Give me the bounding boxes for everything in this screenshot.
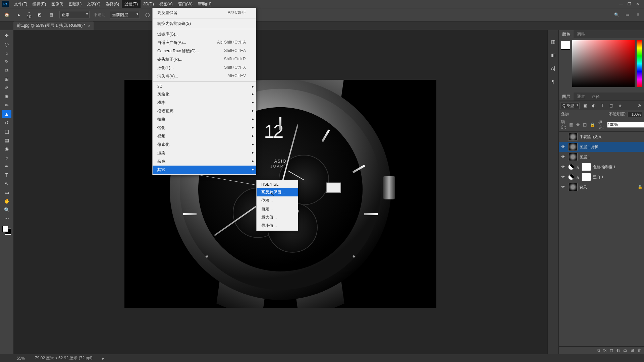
hand-tool[interactable]: ✋ [2, 197, 11, 205]
filter-pixel-icon[interactable]: ▣ [582, 102, 588, 109]
filter-item[interactable]: 3D [153, 83, 256, 90]
visibility-icon[interactable]: 👁 [560, 144, 566, 149]
menu-文件F[interactable]: 文件(F) [11, 0, 30, 8]
layer-name[interactable]: 手表黑白效果 [580, 134, 602, 139]
eraser-tool[interactable]: ◫ [2, 127, 11, 135]
minimize-icon[interactable]: — [619, 2, 623, 6]
quick-select-tool[interactable]: ✎ [2, 58, 11, 66]
blur-tool[interactable]: ◉ [2, 145, 11, 153]
lock-position-icon[interactable]: ✥ [576, 122, 580, 127]
layer-thumbnail[interactable] [582, 163, 591, 171]
layer-thumbnail[interactable] [568, 153, 578, 161]
layer-row[interactable]: 👁⛓色相/饱和度 1 [559, 162, 644, 172]
lock-pixels-icon[interactable]: ▦ [569, 122, 573, 127]
document-tab[interactable]: 前1.jpg @ 55% (图层 1 拷贝, RGB/8) * × [13, 21, 94, 30]
history-brush-tool[interactable]: ↺ [2, 119, 11, 127]
fill-input[interactable] [607, 122, 644, 128]
filter-smart-icon[interactable]: ◈ [616, 102, 623, 109]
menu-3DD[interactable]: 3D(D) [141, 1, 157, 7]
gradient-tool[interactable]: ▤ [2, 136, 11, 144]
properties-panel-icon[interactable]: ◧ [551, 52, 555, 58]
link-mask-icon[interactable]: ⛓ [576, 165, 580, 169]
edit-toolbar-icon[interactable]: ⋯ [2, 215, 11, 223]
restore-icon[interactable]: ❐ [628, 2, 631, 6]
opacity-input[interactable] [627, 112, 642, 117]
doc-info[interactable]: 79.02 厘米 x 52.92 厘米 (72 ppi) [35, 355, 92, 361]
filter-item[interactable]: 模糊 [153, 99, 256, 107]
frame-tool[interactable]: ⊞ [2, 75, 11, 83]
visibility-icon[interactable]: 👁 [560, 165, 566, 169]
lasso-tool[interactable]: ⌕ [2, 49, 11, 57]
filter-item[interactable]: 视频 [153, 132, 256, 140]
filter-other-item[interactable]: HSB/HSL [257, 181, 298, 188]
layer-name[interactable]: 色相/饱和度 1 [593, 165, 615, 170]
filter-item[interactable]: 滤镜库(G)... [153, 30, 256, 39]
brush-tool[interactable]: ✏ [2, 101, 11, 109]
layer-thumbnail[interactable] [568, 143, 578, 151]
visibility-icon[interactable]: 👁 [560, 175, 566, 179]
filter-type-icon[interactable]: T [599, 102, 606, 109]
layer-thumbnail[interactable] [568, 133, 578, 141]
delete-layer-icon[interactable]: 🗑 [637, 348, 641, 353]
pressure-opacity-icon[interactable]: ◯ [144, 11, 151, 18]
path-tool[interactable]: ↖ [2, 180, 11, 188]
layer-name[interactable]: 黑白 1 [593, 175, 603, 180]
blend-mode-select[interactable]: 正常 [59, 11, 90, 18]
heal-tool[interactable]: ✺ [2, 93, 11, 101]
visibility-icon[interactable]: 👁 [560, 155, 566, 159]
pen-tool[interactable]: ✒ [2, 162, 11, 170]
menu-选择S[interactable]: 选择(S) [103, 0, 122, 8]
filter-item[interactable]: 杂色 [153, 157, 256, 166]
filter-item[interactable]: 渲染 [153, 149, 256, 157]
status-flyout-icon[interactable]: ▸ [102, 356, 104, 361]
layer-row[interactable]: 👁图层 1 拷贝 [559, 142, 644, 152]
menu-编辑E[interactable]: 编辑(E) [30, 0, 49, 8]
brush-size[interactable]: •10 [27, 10, 31, 19]
color-picker-field[interactable] [572, 40, 635, 87]
filter-adjust-icon[interactable]: ◐ [590, 102, 597, 109]
menu-滤镜T[interactable]: 滤镜(T) [122, 0, 140, 8]
filter-item[interactable]: 扭曲 [153, 115, 256, 124]
move-tool[interactable]: ✥ [2, 32, 11, 40]
menu-帮助H[interactable]: 帮助(H) [195, 0, 214, 8]
layer-row[interactable]: 👁图层 1 [559, 152, 644, 162]
filter-item[interactable]: 转换为智能滤镜(S) [153, 19, 256, 28]
layer-mask-icon[interactable]: ◻ [610, 348, 613, 353]
filter-item[interactable]: Camera Raw 滤镜(C)...Shift+Ctrl+A [153, 47, 256, 55]
marquee-tool[interactable]: ◌ [2, 40, 11, 48]
menu-图层L[interactable]: 图层(L) [66, 0, 85, 8]
filter-item[interactable]: 风格化 [153, 90, 256, 99]
lock-all-icon[interactable]: 🔒 [590, 122, 595, 127]
filter-toggle-icon[interactable]: ⊘ [636, 102, 643, 109]
share-icon[interactable]: ⇪ [635, 11, 641, 18]
blend-mode[interactable]: 叠加 [561, 111, 594, 117]
filter-item[interactable]: 模糊画廊 [153, 107, 256, 115]
filter-item[interactable]: 像素化 [153, 140, 256, 149]
shape-tool[interactable]: ▭ [2, 188, 11, 196]
filter-item[interactable]: 锐化 [153, 124, 256, 132]
foreground-color[interactable] [561, 40, 570, 50]
layer-name[interactable]: 背景 [580, 185, 587, 190]
menu-窗口W[interactable]: 窗口(W) [175, 0, 195, 8]
new-layer-icon[interactable]: ⊞ [631, 348, 634, 353]
filter-other-item[interactable]: 位移... [257, 196, 298, 205]
zoom-level[interactable]: 55% [17, 356, 25, 361]
history-panel-icon[interactable]: ▥ [551, 39, 555, 44]
clone-stamp-tool[interactable]: ▲ [2, 110, 11, 118]
hue-slider[interactable] [637, 40, 642, 87]
layer-thumbnail[interactable] [582, 173, 591, 181]
layer-name[interactable]: 图层 1 [580, 155, 590, 160]
filter-other-item[interactable]: 高反差保留... [257, 188, 298, 196]
filter-item[interactable]: 自适应广角(A)...Alt+Shift+Ctrl+A [153, 39, 256, 47]
lock-artboard-icon[interactable]: ◫ [583, 122, 587, 127]
layer-row[interactable]: 手表黑白效果 [559, 132, 644, 142]
group-icon[interactable]: 🗀 [623, 348, 627, 353]
crop-tool[interactable]: ⧉ [2, 66, 11, 74]
brush-settings-icon[interactable]: ▦ [47, 11, 55, 19]
brush-preset-icon[interactable]: ▲ [15, 11, 23, 19]
adjustment-layer-icon[interactable]: ◐ [616, 348, 620, 353]
zoom-tool[interactable]: 🔍 [2, 206, 11, 214]
filter-item[interactable]: 液化(L)...Shift+Ctrl+X [153, 64, 256, 72]
filter-item[interactable]: 其它 [153, 166, 256, 174]
paragraph-panel-icon[interactable]: ¶ [552, 79, 554, 84]
